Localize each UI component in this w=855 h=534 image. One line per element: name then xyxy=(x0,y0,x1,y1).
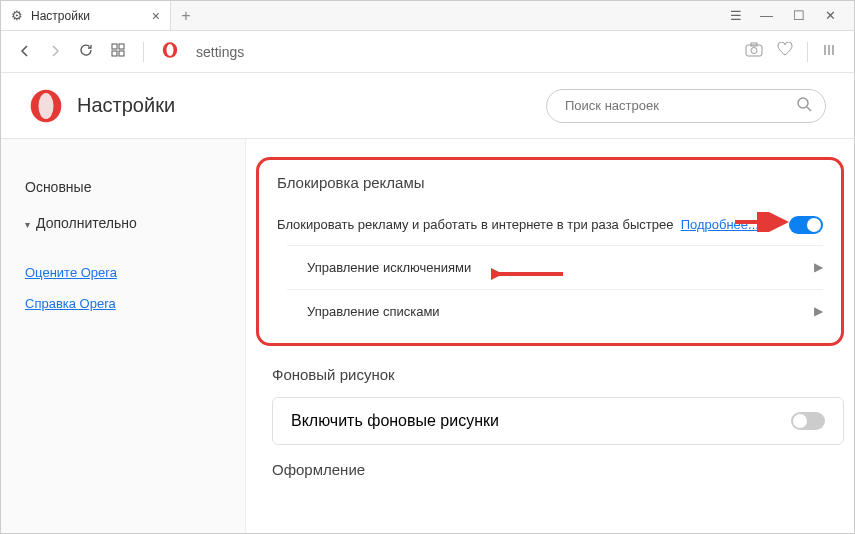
svg-point-5 xyxy=(166,43,173,55)
tab-settings[interactable]: ⚙ Настройки × xyxy=(1,1,171,30)
svg-rect-3 xyxy=(119,51,124,56)
adblock-desc: Блокировать рекламу и работать в интерне… xyxy=(277,215,789,235)
opera-logo-icon xyxy=(29,89,63,123)
wallpaper-section: Фоновый рисунок Включить фоновые рисунки xyxy=(272,366,844,445)
sidebar: Основные Дополнительно Оцените Opera Спр… xyxy=(1,139,246,533)
close-tab-icon[interactable]: × xyxy=(152,8,160,24)
minimize-icon[interactable]: — xyxy=(760,8,773,23)
svg-rect-0 xyxy=(112,44,117,49)
sidebar-item-advanced[interactable]: Дополнительно xyxy=(25,205,221,241)
appearance-section: Оформление xyxy=(272,461,844,478)
svg-rect-6 xyxy=(746,45,762,56)
appearance-title: Оформление xyxy=(272,461,844,478)
opera-icon xyxy=(162,42,178,62)
divider xyxy=(807,42,808,62)
manage-lists-label: Управление списками xyxy=(307,304,440,319)
svg-line-16 xyxy=(807,107,811,111)
adblock-title: Блокировка рекламы xyxy=(277,174,823,191)
wallpaper-toggle-row: Включить фоновые рисунки xyxy=(272,397,844,445)
manage-exceptions-label: Управление исключениями xyxy=(307,260,471,275)
search-box xyxy=(546,89,826,123)
address-text[interactable]: settings xyxy=(196,44,244,60)
sidebar-link-rate[interactable]: Оцените Opera xyxy=(25,265,221,280)
adblock-toggle-row: Блокировать рекламу и работать в интерне… xyxy=(277,205,823,245)
speed-dial-icon[interactable] xyxy=(111,43,125,60)
main-panel: Блокировка рекламы Блокировать рекламу и… xyxy=(246,139,854,533)
adblock-learn-more-link[interactable]: Подробнее... xyxy=(681,217,759,232)
window-controls: ☰ — ☐ ✕ xyxy=(730,1,854,30)
adblock-toggle[interactable] xyxy=(789,216,823,234)
wallpaper-enable-label: Включить фоновые рисунки xyxy=(291,412,499,430)
manage-exceptions-row[interactable]: Управление исключениями ▶ xyxy=(287,245,823,289)
tab-title: Настройки xyxy=(31,9,90,23)
sidebar-toggle-icon[interactable] xyxy=(822,43,836,61)
forward-button[interactable] xyxy=(49,43,61,60)
wallpaper-toggle[interactable] xyxy=(791,412,825,430)
manage-lists-row[interactable]: Управление списками ▶ xyxy=(287,289,823,333)
svg-point-15 xyxy=(798,98,808,108)
back-button[interactable] xyxy=(19,43,31,60)
sidebar-link-help[interactable]: Справка Opera xyxy=(25,296,221,311)
new-tab-button[interactable]: + xyxy=(171,1,201,30)
svg-rect-2 xyxy=(112,51,117,56)
tab-bar: ⚙ Настройки × + ☰ — ☐ ✕ xyxy=(1,1,854,31)
gear-icon: ⚙ xyxy=(11,8,23,23)
search-icon xyxy=(797,97,812,115)
search-input[interactable] xyxy=(546,89,826,123)
sidebar-item-basic[interactable]: Основные xyxy=(25,169,221,205)
svg-point-7 xyxy=(751,48,757,54)
svg-point-14 xyxy=(39,93,54,119)
reload-button[interactable] xyxy=(79,43,93,60)
content: Основные Дополнительно Оцените Opera Спр… xyxy=(1,139,854,533)
page-title: Настройки xyxy=(77,94,175,117)
adblock-section: Блокировка рекламы Блокировать рекламу и… xyxy=(256,157,844,346)
maximize-icon[interactable]: ☐ xyxy=(793,8,805,23)
wallpaper-title: Фоновый рисунок xyxy=(272,366,844,383)
page-header: Настройки xyxy=(1,73,854,139)
snapshot-icon[interactable] xyxy=(745,42,763,61)
heart-icon[interactable] xyxy=(777,42,793,61)
address-bar: settings xyxy=(1,31,854,73)
chevron-right-icon: ▶ xyxy=(814,260,823,274)
divider xyxy=(143,42,144,62)
close-window-icon[interactable]: ✕ xyxy=(825,8,836,23)
chevron-right-icon: ▶ xyxy=(814,304,823,318)
svg-rect-1 xyxy=(119,44,124,49)
window-menu-icon[interactable]: ☰ xyxy=(730,8,740,23)
